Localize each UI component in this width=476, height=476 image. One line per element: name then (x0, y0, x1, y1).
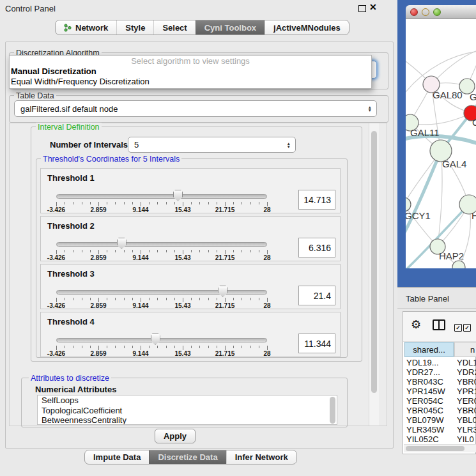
cell-shared-name: YLR345W (404, 425, 454, 434)
network-edge[interactable] (406, 151, 441, 240)
horizontal-scrollbar[interactable] (404, 444, 476, 452)
threshold-value-field[interactable]: 21.4 (298, 286, 335, 305)
threshold-panel-3: Threshold 3-3.4262.8599.14415.4321.71528… (40, 264, 341, 309)
slider-tick (267, 202, 268, 206)
select-columns-icon[interactable]: ✓✓ (454, 321, 472, 332)
tab-select[interactable]: Select (153, 20, 195, 35)
slider-tick (90, 298, 91, 300)
slider-tick-label: 21.715 (215, 302, 235, 309)
slider-tick (115, 250, 116, 252)
column-header-name[interactable]: n (454, 342, 476, 357)
column-header-shared-name[interactable]: shared... (404, 342, 454, 357)
slider-tick (107, 250, 107, 252)
threshold-label: Threshold 1 (47, 173, 95, 183)
dropdown-option-equal-width-frequency-discretization[interactable]: Equal Width/Frequency Discretization (10, 77, 371, 87)
slider-tick (115, 298, 116, 300)
node-label: C (472, 117, 476, 128)
dropdown-placeholder[interactable]: Select algorithm to view settings (10, 56, 371, 66)
threshold-value-field[interactable]: 11.344 (298, 334, 335, 353)
scrollbar-thumb[interactable] (406, 446, 464, 451)
tab-infer-network[interactable]: Infer Network (226, 450, 296, 464)
dropdown-option-manual-discretization[interactable]: Manual Discretization (10, 66, 371, 77)
network-node[interactable] (452, 261, 465, 268)
slider-tick (90, 346, 91, 348)
attribute-item-selfloops[interactable]: SelfLoops (38, 395, 337, 406)
cell-name: YBR0 (454, 406, 476, 415)
vertical-scrollbar[interactable] (369, 123, 379, 426)
top-tab-bar: NetworkStyleSelectCyni ToolboxjActiveMNo… (55, 20, 349, 35)
maximize-traffic-light-icon[interactable] (433, 8, 441, 16)
slider-thumb[interactable] (173, 190, 183, 201)
cell-name: YBR0 (454, 377, 476, 387)
num-intervals-combobox[interactable]: 5 ▲▼ (128, 137, 296, 153)
slider-tick (56, 298, 57, 302)
slider-tick (191, 250, 192, 252)
table-row-ypr145w[interactable]: YPR145WYPR1 (404, 387, 476, 396)
slider-tick (65, 202, 65, 204)
table-row-ybr045c[interactable]: YBR045CYBR0 (404, 406, 476, 415)
slider-track[interactable] (56, 194, 267, 199)
close-traffic-light-icon[interactable] (410, 8, 418, 16)
attribute-item-betweennesscentrality[interactable]: BetweennessCentrality (38, 415, 337, 425)
slider-tick (82, 250, 82, 252)
slider-thumb[interactable] (151, 334, 160, 345)
tab-jactivemnodules[interactable]: jActiveMNodules (265, 20, 349, 35)
tab-impute-data[interactable]: Impute Data (85, 450, 149, 464)
slider-tick (56, 250, 57, 254)
slider-tick-label: 21.715 (215, 254, 235, 261)
table-row-ybr043c[interactable]: YBR043CYBR0 (404, 377, 476, 387)
list-scrollbar-thumb[interactable] (330, 397, 335, 424)
network-node[interactable] (406, 197, 411, 211)
slider-track[interactable] (56, 242, 267, 247)
close-icon[interactable]: ✕ (369, 2, 377, 12)
slider-tick (242, 298, 242, 300)
slider-tick (115, 346, 116, 348)
slider-tick (157, 202, 158, 204)
slider-tick-label: 28 (263, 350, 270, 357)
gear-icon[interactable]: ⚙ (411, 318, 421, 332)
table-row-ydl19[interactable]: YDL19...YDL1 (404, 358, 476, 367)
slider-tick (73, 250, 73, 252)
table-row-yil052c[interactable]: YIL052CYIL0 (404, 434, 476, 444)
attribute-item-topologicalcoefficient[interactable]: TopologicalCoefficient (38, 406, 337, 416)
tab-style[interactable]: Style (116, 20, 153, 35)
slider-tick (259, 202, 259, 204)
slider-track[interactable] (56, 290, 267, 295)
tab-discretize-data[interactable]: Discretize Data (149, 450, 226, 464)
slider-tick (157, 346, 158, 348)
table-row-ydr27[interactable]: YDR27...YDR2 (404, 367, 476, 377)
tab-network[interactable]: Network (56, 20, 116, 35)
table-row-ylr345w[interactable]: YLR345WYLR3 (404, 425, 476, 434)
float-window-icon[interactable] (358, 5, 366, 12)
scrollbar-thumb[interactable] (371, 131, 377, 393)
slider-tick (149, 346, 150, 348)
cell-shared-name: YBR045C (404, 406, 454, 415)
tab-cyni-toolbox[interactable]: Cyni Toolbox (196, 20, 265, 35)
slider-tick-label: 15.43 (174, 302, 190, 309)
apply-button[interactable]: Apply (155, 429, 196, 443)
network-view-canvas[interactable]: GAL80GACGAL11GAL4HGCY1HAP2 (406, 19, 476, 268)
slider-tick (90, 250, 91, 252)
slider-tick-label: 9.144 (132, 350, 148, 357)
slider-tick (157, 250, 158, 252)
split-view-icon[interactable] (433, 319, 445, 330)
slider-tick (149, 298, 150, 300)
slider-track[interactable] (56, 338, 267, 342)
threshold-value-field[interactable]: 6.316 (298, 238, 335, 257)
threshold-panel-4: Threshold 4-3.4262.8599.14415.4321.71528… (40, 312, 341, 357)
table-row-ybl079w[interactable]: YBL079WYBL0 (404, 415, 476, 425)
slider-tick (132, 346, 133, 348)
slider-thumb[interactable] (218, 286, 227, 297)
slider-tick (267, 298, 268, 302)
slider-tick (107, 202, 107, 204)
table-data-combobox[interactable]: galFiltered.sif default node ▲▼ (14, 100, 377, 117)
threshold-value-field[interactable]: 14.713 (298, 190, 335, 210)
slider-thumb[interactable] (117, 238, 127, 249)
slider-tick (98, 202, 99, 206)
cell-name: YPR1 (454, 387, 476, 396)
network-window-titlebar[interactable] (406, 5, 476, 19)
table-row-yer054c[interactable]: YER054CYER0 (404, 396, 476, 406)
minimize-traffic-light-icon[interactable] (422, 8, 429, 16)
cell-name: YDL1 (454, 358, 476, 367)
slider-tick (183, 202, 183, 206)
